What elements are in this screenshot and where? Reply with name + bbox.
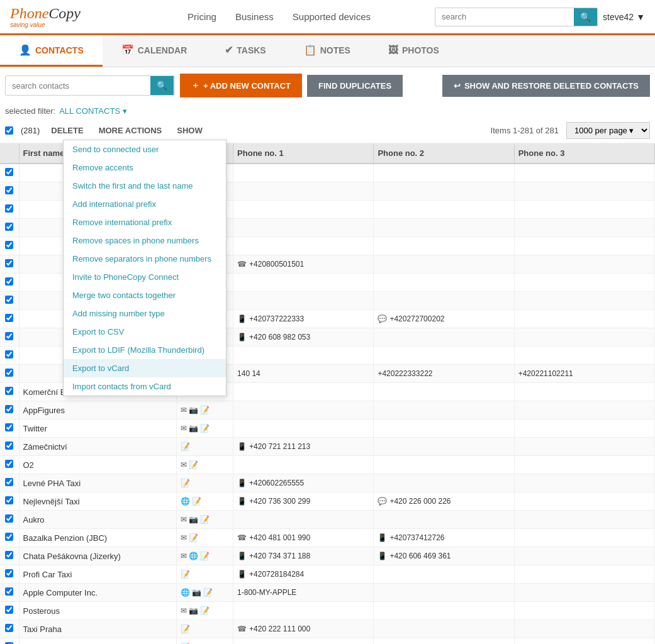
menu-invite-connect[interactable]: Invite to PhoneCopy Connect bbox=[64, 268, 226, 286]
row-name[interactable]: O2 bbox=[19, 456, 177, 474]
contacts-search-input[interactable] bbox=[6, 77, 150, 95]
row-icons: ✉🌐📝 bbox=[177, 547, 233, 565]
row-checkbox[interactable] bbox=[5, 624, 13, 632]
menu-import-vcard[interactable]: Import contacts from vCard bbox=[64, 377, 226, 396]
row-name[interactable]: Taxi Praha bbox=[19, 620, 177, 638]
table-row: Levné PHA Taxi📝📱+420602265555 bbox=[0, 474, 655, 492]
row-checkbox[interactable] bbox=[5, 332, 13, 340]
contacts-search-button[interactable]: 🔍 bbox=[150, 76, 174, 95]
toolbar: 🔍 ＋ + ADD NEW CONTACT FIND DUPLICATES ↩ … bbox=[0, 67, 655, 104]
row-checkbox[interactable] bbox=[5, 460, 13, 468]
row-phone3 bbox=[514, 438, 654, 456]
menu-remove-accents[interactable]: Remove accents bbox=[64, 158, 226, 177]
row-checkbox[interactable] bbox=[5, 168, 13, 176]
row-icons: 📝 bbox=[177, 565, 233, 584]
row-name[interactable]: Nejlevnější Taxi bbox=[19, 492, 177, 511]
row-checkbox-cell bbox=[0, 164, 19, 182]
row-name[interactable]: Zámečnictví bbox=[19, 438, 177, 456]
tab-calendar[interactable]: 📅 CALENDAR bbox=[103, 35, 206, 67]
add-contact-button[interactable]: ＋ + ADD NEW CONTACT bbox=[180, 74, 302, 97]
menu-switch-name[interactable]: Switch the first and the last name bbox=[64, 177, 226, 195]
menu-export-ldif[interactable]: Export to LDIF (Mozilla Thunderbird) bbox=[64, 341, 226, 359]
row-checkbox[interactable] bbox=[5, 241, 13, 249]
row-checkbox[interactable] bbox=[5, 405, 13, 413]
row-checkbox[interactable] bbox=[5, 514, 13, 523]
menu-export-csv[interactable]: Export to CSV bbox=[64, 323, 226, 341]
header-search-box: 🔍 bbox=[435, 8, 598, 26]
row-checkbox[interactable] bbox=[5, 204, 13, 213]
row-checkbox[interactable] bbox=[5, 551, 13, 559]
row-phone3 bbox=[514, 602, 654, 620]
row-name[interactable]: Chata Pešákovna (Jizerky) bbox=[19, 547, 177, 565]
filter-value[interactable]: ALL CONTACTS ▾ bbox=[59, 106, 126, 116]
tab-contacts[interactable]: 👤 CONTACTS bbox=[0, 35, 103, 67]
row-phone1 bbox=[233, 419, 374, 438]
row-name[interactable]: Twitter bbox=[19, 419, 177, 438]
menu-remove-prefix[interactable]: Remove international prefix bbox=[64, 213, 226, 231]
row-name[interactable]: Posterous bbox=[19, 602, 177, 620]
row-phone1 bbox=[233, 182, 374, 201]
more-actions-dropdown: Send to connected user Remove accents Sw… bbox=[63, 140, 227, 396]
row-checkbox-cell bbox=[0, 182, 19, 201]
menu-send-to-user[interactable]: Send to connected user bbox=[64, 140, 226, 158]
header-search-button[interactable]: 🔍 bbox=[574, 8, 597, 26]
row-phone2 bbox=[374, 456, 514, 474]
row-name[interactable]: Aukro bbox=[19, 511, 177, 529]
tab-tasks[interactable]: ✔ TASKS bbox=[206, 35, 284, 67]
menu-merge-contacts[interactable]: Merge two contacts together bbox=[64, 286, 226, 304]
row-name[interactable]: Bazalka Penzion (JBC) bbox=[19, 529, 177, 547]
row-phone2 bbox=[374, 274, 514, 292]
row-name[interactable]: Profi Car Taxi bbox=[19, 565, 177, 584]
row-checkbox[interactable] bbox=[5, 533, 13, 541]
filter-label: selected filter: bbox=[5, 106, 55, 116]
row-checkbox[interactable] bbox=[5, 223, 13, 231]
row-checkbox[interactable] bbox=[5, 369, 13, 377]
nav-supported-devices[interactable]: Supported devices bbox=[293, 11, 371, 22]
row-checkbox[interactable] bbox=[5, 587, 13, 596]
menu-remove-spaces[interactable]: Remove spaces in phone numbers bbox=[64, 231, 226, 250]
row-checkbox[interactable] bbox=[5, 423, 13, 431]
row-phone3 bbox=[514, 529, 654, 547]
nav-pricing[interactable]: Pricing bbox=[188, 11, 216, 22]
row-checkbox[interactable] bbox=[5, 441, 13, 450]
row-checkbox[interactable] bbox=[5, 478, 13, 486]
row-checkbox[interactable] bbox=[5, 314, 13, 322]
user-menu[interactable]: steve42 ▼ bbox=[603, 12, 645, 22]
row-phone2: 📱+420737412726 bbox=[374, 529, 514, 547]
row-checkbox-cell bbox=[0, 383, 19, 401]
nav-business[interactable]: Business bbox=[235, 11, 274, 22]
row-checkbox[interactable] bbox=[5, 350, 13, 358]
menu-remove-separators[interactable]: Remove separators in phone numbers bbox=[64, 250, 226, 268]
tab-tasks-label: TASKS bbox=[237, 45, 266, 55]
menu-add-prefix[interactable]: Add international prefix bbox=[64, 195, 226, 213]
header-search-input[interactable] bbox=[435, 8, 574, 25]
row-name[interactable]: Taxi Kurýr bbox=[19, 638, 177, 644]
row-phone1 bbox=[233, 401, 374, 419]
row-checkbox[interactable] bbox=[5, 259, 13, 267]
delete-button[interactable]: DELETE bbox=[47, 125, 87, 136]
row-name[interactable]: Apple Computer Inc. bbox=[19, 584, 177, 602]
row-checkbox[interactable] bbox=[5, 387, 13, 395]
more-actions-button[interactable]: MORE ACTIONS bbox=[95, 125, 166, 136]
menu-add-missing-type[interactable]: Add missing number type bbox=[64, 304, 226, 323]
row-name[interactable]: AppFigures bbox=[19, 401, 177, 419]
per-page-select[interactable]: 1000 per page ▾ bbox=[566, 122, 650, 139]
row-checkbox-cell bbox=[0, 565, 19, 584]
tab-notes[interactable]: 📋 NOTES bbox=[285, 35, 369, 67]
show-deleted-button[interactable]: ↩ SHOW AND RESTORE DELETED CONTACTS bbox=[442, 75, 650, 97]
menu-export-vcard[interactable]: Export to vCard bbox=[64, 359, 226, 377]
find-duplicates-button[interactable]: FIND DUPLICATES bbox=[307, 75, 403, 97]
row-checkbox-cell bbox=[0, 638, 19, 644]
row-checkbox[interactable] bbox=[5, 569, 13, 577]
row-checkbox[interactable] bbox=[5, 277, 13, 286]
row-checkbox[interactable] bbox=[5, 606, 13, 614]
row-phone2 bbox=[374, 237, 514, 255]
tab-photos[interactable]: 🖼 PHOTOS bbox=[369, 35, 458, 67]
row-checkbox[interactable] bbox=[5, 186, 13, 194]
row-phone2 bbox=[374, 511, 514, 529]
select-all-checkbox[interactable] bbox=[5, 126, 13, 135]
row-checkbox[interactable] bbox=[5, 496, 13, 504]
row-name[interactable]: Levné PHA Taxi bbox=[19, 474, 177, 492]
show-button[interactable]: SHOW bbox=[173, 125, 206, 136]
row-checkbox[interactable] bbox=[5, 296, 13, 304]
